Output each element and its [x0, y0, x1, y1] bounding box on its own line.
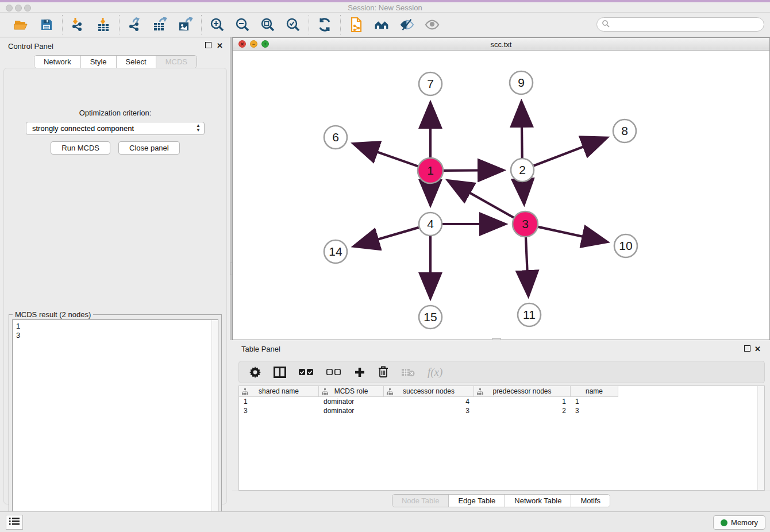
- edge-1-2[interactable]: [444, 170, 502, 171]
- graph-node-14[interactable]: 14: [324, 240, 347, 263]
- optimization-criterion-dropdown[interactable]: strongly connected component ▲▼: [26, 122, 205, 135]
- new-network-from-selection-icon[interactable]: [349, 17, 364, 32]
- column-header-shared-name[interactable]: shared name: [239, 386, 319, 397]
- zoom-fit-icon[interactable]: [260, 17, 275, 32]
- graph-node-4[interactable]: 4: [419, 213, 442, 236]
- edge-3-1[interactable]: [449, 182, 514, 218]
- tab-network[interactable]: Network: [34, 56, 81, 68]
- import-table-icon[interactable]: [96, 17, 111, 32]
- table-toolbar: f(x): [238, 361, 765, 383]
- tab-mcds[interactable]: MCDS: [156, 56, 197, 68]
- deselect-all-checkboxes-icon[interactable]: [326, 365, 341, 379]
- column-header-MCDS-role[interactable]: MCDS role: [319, 386, 384, 397]
- table-row[interactable]: 3dominator323: [239, 406, 618, 415]
- import-network-icon[interactable]: [71, 17, 86, 32]
- export-image-icon[interactable]: [178, 17, 193, 32]
- hierarchy-icon: [477, 388, 483, 396]
- search-field[interactable]: [596, 17, 764, 32]
- zoom-in-icon[interactable]: [210, 17, 225, 32]
- close-panel-icon[interactable]: ✕: [217, 41, 223, 50]
- table-cell[interactable]: 4: [384, 397, 474, 406]
- network-window-title: scc.txt: [233, 40, 769, 49]
- edge-2-9[interactable]: [521, 103, 522, 158]
- table-rows: 1dominator4113dominator323: [239, 397, 618, 415]
- graph-node-1[interactable]: 1: [418, 158, 443, 183]
- tab-node-table[interactable]: Node Table: [392, 495, 449, 507]
- table-cell[interactable]: 1: [571, 397, 618, 406]
- tab-motifs[interactable]: Motifs: [571, 495, 610, 507]
- refresh-icon[interactable]: [317, 17, 332, 32]
- search-icon: [602, 20, 610, 30]
- edge-3-10[interactable]: [538, 227, 605, 241]
- show-all-icon[interactable]: [425, 17, 440, 32]
- export-table-icon[interactable]: [153, 17, 168, 32]
- table-close-panel-icon[interactable]: ✕: [754, 345, 761, 353]
- table-cell[interactable]: 2: [474, 406, 571, 415]
- table-cell[interactable]: 3: [384, 406, 474, 415]
- network-canvas[interactable]: 7968124314101511: [233, 51, 769, 340]
- tab-edge-table[interactable]: Edge Table: [449, 495, 505, 507]
- column-label: shared name: [259, 387, 299, 395]
- export-network-icon[interactable]: [128, 17, 143, 32]
- column-header-successor-nodes[interactable]: successor nodes: [384, 386, 474, 397]
- table-cell[interactable]: 3: [239, 406, 319, 415]
- close-panel-button[interactable]: Close panel: [118, 141, 180, 155]
- graph-node-10[interactable]: 10: [614, 234, 637, 257]
- search-input[interactable]: [610, 19, 764, 30]
- network-window-titlebar[interactable]: ✕ − + scc.txt: [233, 38, 769, 51]
- hierarchy-icon: [387, 388, 393, 396]
- table-cell[interactable]: 3: [571, 406, 618, 415]
- column-header-name[interactable]: name: [571, 386, 618, 397]
- graph-node-6[interactable]: 6: [324, 126, 347, 149]
- zoom-selected-icon[interactable]: [286, 17, 301, 32]
- first-neighbors-icon[interactable]: [374, 17, 389, 32]
- window-title: Session: New Session: [0, 3, 770, 12]
- table-cell[interactable]: dominator: [319, 406, 384, 415]
- hide-selected-icon[interactable]: [399, 17, 414, 32]
- edge-1-6[interactable]: [355, 144, 418, 166]
- delete-table-icon[interactable]: [401, 365, 415, 379]
- tab-select[interactable]: Select: [117, 56, 156, 68]
- main-toolbar: [0, 13, 770, 37]
- save-session-icon[interactable]: [39, 17, 54, 32]
- node-table: shared nameMCDS rolesuccessor nodesprede…: [238, 385, 765, 491]
- float-panel-icon[interactable]: [205, 41, 211, 50]
- mcds-result-textarea[interactable]: 1 3: [12, 319, 218, 528]
- edge-2-3[interactable]: [523, 182, 524, 202]
- edge-4-14[interactable]: [356, 228, 419, 246]
- tab-style[interactable]: Style: [81, 56, 117, 68]
- tab-network-table[interactable]: Network Table: [505, 495, 571, 507]
- add-column-icon[interactable]: [354, 365, 365, 379]
- run-mcds-button[interactable]: Run MCDS: [51, 141, 110, 155]
- table-scrollbar[interactable]: [757, 386, 764, 490]
- table-row[interactable]: 1dominator411: [239, 397, 618, 406]
- memory-button[interactable]: Memory: [713, 515, 765, 530]
- svg-text:8: 8: [621, 124, 628, 137]
- edge-3-11[interactable]: [526, 237, 528, 294]
- network-view-window: ✕ − + scc.txt 7968124314101511: [232, 37, 770, 340]
- graph-node-2[interactable]: 2: [511, 159, 534, 182]
- edge-2-8[interactable]: [534, 138, 606, 166]
- delete-column-icon[interactable]: [378, 365, 388, 379]
- column-header-predecessor-nodes[interactable]: predecessor nodes: [474, 386, 571, 397]
- function-builder-icon[interactable]: f(x): [428, 365, 442, 379]
- graph-node-11[interactable]: 11: [518, 303, 541, 326]
- graph-node-9[interactable]: 9: [510, 71, 533, 94]
- columns-icon[interactable]: [274, 365, 286, 379]
- select-all-checkboxes-icon[interactable]: [299, 365, 314, 379]
- zoom-out-icon[interactable]: [235, 17, 250, 32]
- table-float-panel-icon[interactable]: [744, 345, 750, 353]
- graph-node-15[interactable]: 15: [419, 306, 442, 329]
- graph-node-7[interactable]: 7: [419, 72, 442, 95]
- open-file-icon[interactable]: [14, 17, 29, 32]
- table-cell[interactable]: 1: [239, 397, 319, 406]
- svg-text:4: 4: [427, 217, 434, 230]
- task-history-button[interactable]: [6, 515, 23, 530]
- column-label: name: [586, 387, 603, 395]
- graph-node-3[interactable]: 3: [513, 211, 538, 237]
- graph-node-8[interactable]: 8: [613, 119, 636, 142]
- result-scrollbar[interactable]: [211, 320, 218, 527]
- table-cell[interactable]: dominator: [319, 397, 384, 406]
- table-cell[interactable]: 1: [474, 397, 571, 406]
- gear-icon[interactable]: [249, 365, 261, 379]
